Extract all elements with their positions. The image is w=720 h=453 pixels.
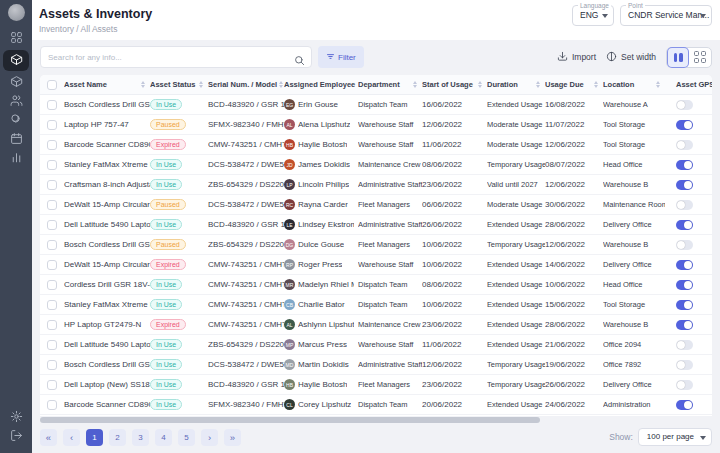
gps-toggle[interactable] <box>676 320 693 330</box>
import-button[interactable]: Import <box>557 51 596 64</box>
gps-toggle[interactable] <box>676 300 693 310</box>
per-page-select[interactable]: 100 per page <box>638 428 712 446</box>
column-header-name[interactable]: Asset Name <box>64 75 150 95</box>
gps-toggle[interactable] <box>676 160 693 170</box>
row-checkbox[interactable] <box>47 160 57 170</box>
row-checkbox-cell <box>40 380 64 390</box>
asset-name: Bosch Cordless Drill GSR 1... <box>64 360 150 369</box>
assigned-employee-cell: AL Ashlynn Lipshutz <box>284 319 358 330</box>
gps-toggle[interactable] <box>676 180 693 190</box>
location: Delivery Office <box>603 260 665 269</box>
sidebar-item-logout[interactable] <box>3 427 29 446</box>
sidebar-item-inventory[interactable] <box>3 73 29 92</box>
column-header-due[interactable]: Usage Due <box>545 75 603 95</box>
sidebar-item-settings[interactable] <box>3 408 29 427</box>
table-header-row: Asset NameAsset StatusSerial Num. / Mode… <box>40 75 712 95</box>
coins-icon <box>10 112 23 130</box>
gps-toggle[interactable] <box>676 120 693 130</box>
filter-button[interactable]: Filter <box>318 46 364 68</box>
gps-toggle[interactable] <box>676 360 693 370</box>
gps-toggle[interactable] <box>676 260 693 270</box>
duration: Extended Usage <box>487 300 545 309</box>
column-header-dept[interactable]: Department <box>358 75 422 95</box>
point-select[interactable]: Point CNDR Service Man... <box>620 5 712 26</box>
gps-toggle[interactable] <box>676 280 693 290</box>
sidebar-item-assets[interactable] <box>3 50 29 71</box>
asset-gps-cell <box>665 140 712 150</box>
chevron-down-icon <box>700 436 706 440</box>
row-checkbox[interactable] <box>47 320 57 330</box>
sort-icon[interactable] <box>141 81 145 89</box>
row-checkbox[interactable] <box>47 280 57 290</box>
row-checkbox[interactable] <box>47 300 57 310</box>
set-width-button[interactable]: Set width <box>606 51 656 64</box>
page-button-2[interactable]: 2 <box>109 429 126 446</box>
users-icon <box>10 93 23 111</box>
row-checkbox[interactable] <box>47 380 57 390</box>
page-button-4[interactable]: 4 <box>155 429 172 446</box>
gps-toggle[interactable] <box>676 340 693 350</box>
column-view-button[interactable] <box>667 47 689 68</box>
sort-icon[interactable] <box>536 81 540 89</box>
select-all-checkbox[interactable] <box>47 80 57 90</box>
row-checkbox[interactable] <box>47 220 57 230</box>
sidebar-item-calendar[interactable] <box>3 130 29 149</box>
page-button-1[interactable]: 1 <box>86 429 103 446</box>
toolbar: Filter Import Set width <box>40 46 712 68</box>
column-header-serial[interactable]: Serial Num. / Model <box>208 75 284 95</box>
row-checkbox[interactable] <box>47 360 57 370</box>
status-badge: Paused <box>150 119 186 130</box>
column-header-start[interactable]: Start of Usage <box>422 75 487 95</box>
gps-toggle[interactable] <box>676 100 693 110</box>
language-select[interactable]: Language ENG <box>572 5 614 26</box>
row-checkbox[interactable] <box>47 200 57 210</box>
first-page-button[interactable]: « <box>40 429 57 446</box>
sidebar-item-finance[interactable] <box>3 111 29 130</box>
start-of-usage: 23/06/2022 <box>422 180 487 189</box>
row-checkbox[interactable] <box>47 260 57 270</box>
gps-toggle[interactable] <box>676 240 693 250</box>
row-checkbox[interactable] <box>47 180 57 190</box>
sort-icon[interactable] <box>413 81 417 89</box>
last-page-button[interactable]: » <box>224 429 241 446</box>
table-row: Craftsman 8-inch Adjustab... In Use ZBS-… <box>40 175 712 195</box>
assets-table: Asset NameAsset StatusSerial Num. / Mode… <box>40 75 712 416</box>
sidebar-item-employees[interactable] <box>3 92 29 111</box>
sidebar-item-reports[interactable] <box>3 149 29 168</box>
column-header-emp[interactable]: Assigned Employee <box>284 75 358 95</box>
gps-toggle[interactable] <box>676 140 693 150</box>
usage-due: 11/07/2022 <box>545 120 603 129</box>
page-button-5[interactable]: 5 <box>178 429 195 446</box>
gps-toggle[interactable] <box>676 400 693 410</box>
sort-icon[interactable] <box>199 81 203 89</box>
sort-icon[interactable] <box>656 81 660 89</box>
gps-toggle[interactable] <box>676 380 693 390</box>
assigned-employee-cell: MR Madelyn Rhiel M... <box>284 279 358 290</box>
sort-icon[interactable] <box>594 81 598 89</box>
page-button-3[interactable]: 3 <box>132 429 149 446</box>
column-header-dur[interactable]: Duration <box>487 75 545 95</box>
sort-icon[interactable] <box>279 81 283 89</box>
row-checkbox[interactable] <box>47 120 57 130</box>
row-checkbox[interactable] <box>47 340 57 350</box>
next-page-button[interactable]: › <box>201 429 218 446</box>
duration: Temporary Usage <box>487 240 545 249</box>
status-badge: In Use <box>150 159 182 170</box>
horizontal-scrollbar[interactable] <box>40 417 540 423</box>
gps-toggle[interactable] <box>676 220 693 230</box>
row-checkbox[interactable] <box>47 400 57 410</box>
row-checkbox[interactable] <box>47 100 57 110</box>
row-checkbox[interactable] <box>47 240 57 250</box>
grid-view-button[interactable] <box>689 47 711 68</box>
gps-toggle[interactable] <box>676 200 693 210</box>
sort-icon[interactable] <box>478 81 482 89</box>
department: Warehouse Staff <box>358 140 422 149</box>
column-header-gps[interactable]: Asset GPS <box>665 75 712 95</box>
prev-page-button[interactable]: ‹ <box>63 429 80 446</box>
row-checkbox[interactable] <box>47 140 57 150</box>
search-input[interactable] <box>48 47 288 67</box>
column-header-loc[interactable]: Location <box>603 75 665 95</box>
sidebar-item-dashboard[interactable] <box>3 29 29 48</box>
column-header-status[interactable]: Asset Status <box>150 75 208 95</box>
point-select-label: Point <box>626 2 645 9</box>
